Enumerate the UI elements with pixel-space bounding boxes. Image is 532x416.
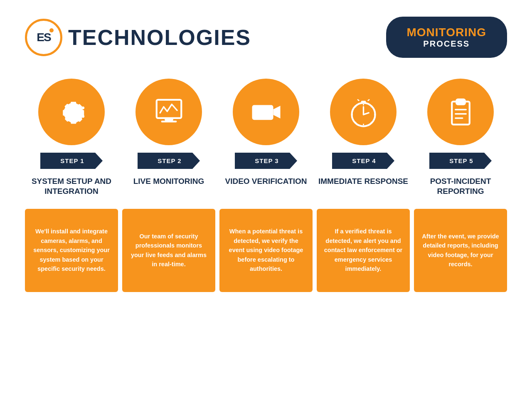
step-5-badge: STEP 5 bbox=[429, 153, 492, 169]
step-col-5: STEP 5 POST-INCIDENT REPORTING bbox=[414, 79, 507, 196]
step-4-icon-circle bbox=[330, 79, 397, 145]
logo-circle: ES bbox=[25, 19, 62, 56]
step-1-title: SYSTEM SETUP AND INTEGRATION bbox=[25, 176, 118, 196]
title-badge: MONITORING PROCESS bbox=[386, 17, 507, 58]
step-4-title: IMMEDIATE RESPONSE bbox=[318, 176, 408, 186]
step-col-3: STEP 3 VIDEO VERIFICATION bbox=[219, 79, 313, 186]
step-5-title: POST-INCIDENT REPORTING bbox=[414, 176, 507, 196]
monitor-icon bbox=[151, 94, 187, 130]
svg-line-14 bbox=[357, 99, 359, 100]
step-col-1: STEP 1 SYSTEM SETUP AND INTEGRATION bbox=[25, 79, 118, 196]
svg-rect-7 bbox=[161, 120, 176, 122]
logo-letters: ES bbox=[37, 31, 50, 44]
svg-line-15 bbox=[367, 99, 369, 100]
step-1-icon-circle bbox=[38, 79, 105, 145]
logo-dot bbox=[49, 28, 54, 32]
svg-line-23 bbox=[371, 122, 372, 123]
desc-box-5: After the event, we provide detailed rep… bbox=[414, 209, 507, 292]
desc-box-3: When a potential threat is detected, we … bbox=[219, 209, 313, 292]
badge-main-text: MONITORING bbox=[407, 26, 486, 39]
svg-rect-8 bbox=[252, 105, 273, 120]
step-3-badge: STEP 3 bbox=[235, 153, 297, 169]
step-col-2: STEP 2 LIVE MONITORING bbox=[122, 79, 215, 186]
svg-line-12 bbox=[363, 113, 369, 114]
svg-line-21 bbox=[371, 106, 372, 107]
logo-area: ES TECHNOLOGIES bbox=[25, 19, 251, 56]
svg-rect-26 bbox=[456, 99, 465, 104]
desc-box-4: If a verified threat is detected, we ale… bbox=[317, 209, 410, 292]
step-2-badge: STEP 2 bbox=[138, 153, 200, 169]
step-1-badge: STEP 1 bbox=[40, 153, 103, 169]
svg-marker-9 bbox=[273, 106, 280, 119]
camera-icon bbox=[249, 94, 284, 130]
step-3-title: VIDEO VERIFICATION bbox=[225, 176, 307, 186]
clipboard-icon bbox=[443, 94, 478, 130]
desc-box-1: We'll install and integrate cameras, ala… bbox=[25, 209, 118, 292]
step-5-icon-circle bbox=[427, 79, 494, 145]
header: ES TECHNOLOGIES MONITORING PROCESS bbox=[25, 17, 507, 58]
svg-rect-13 bbox=[361, 101, 366, 103]
svg-line-22 bbox=[355, 122, 356, 123]
svg-line-20 bbox=[355, 106, 356, 107]
svg-rect-6 bbox=[165, 118, 173, 120]
page-wrapper: ES TECHNOLOGIES MONITORING PROCESS bbox=[0, 0, 532, 416]
steps-container: STEP 1 SYSTEM SETUP AND INTEGRATION STEP… bbox=[25, 79, 507, 196]
logo-company: TECHNOLOGIES bbox=[68, 25, 251, 50]
stopwatch-icon bbox=[346, 94, 381, 130]
step-2-icon-circle bbox=[135, 79, 202, 145]
step-4-badge: STEP 4 bbox=[332, 153, 394, 169]
descriptions-container: We'll install and integrate cameras, ala… bbox=[25, 209, 507, 292]
badge-sub-text: PROCESS bbox=[407, 39, 486, 49]
step-3-icon-circle bbox=[233, 79, 299, 145]
step-2-title: LIVE MONITORING bbox=[133, 176, 204, 186]
step-col-4: STEP 4 IMMEDIATE RESPONSE bbox=[317, 79, 410, 186]
desc-box-2: Our team of security professionals monit… bbox=[122, 209, 215, 292]
gear-icon bbox=[54, 94, 89, 130]
